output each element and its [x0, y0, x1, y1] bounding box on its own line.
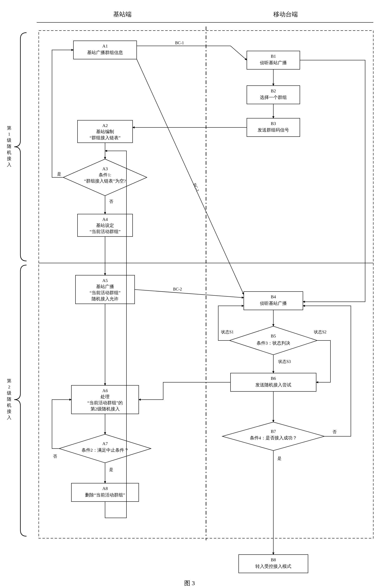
- a2-l1: 基站编制: [96, 129, 114, 134]
- a7-id: A7: [102, 441, 108, 446]
- a6-l1: 处理: [101, 394, 110, 399]
- col-left-title: 基站端: [113, 11, 132, 17]
- b1-id: B1: [271, 54, 276, 59]
- b8-id: B8: [271, 557, 276, 562]
- a2-l2: “群组接入链表”: [90, 135, 121, 140]
- a3-l2: “群组接入链表”为空?: [84, 178, 126, 183]
- label-s1: 状态S1: [221, 330, 234, 334]
- a6-l2: “当前活动群组”的: [87, 400, 123, 405]
- label-b7-yes: 是: [277, 456, 282, 461]
- stage2-brace: [14, 265, 27, 536]
- label-bc1-2: BC-1: [192, 182, 200, 193]
- label-s3: 状态S3: [278, 359, 291, 364]
- arrow-a3-yes-a1: [52, 50, 73, 177]
- a4-id: A4: [102, 217, 108, 222]
- label-a7-no: 否: [53, 454, 57, 459]
- b5-text: 条件3：状态判决: [257, 341, 290, 346]
- a5-l2: “当前活动群组”: [90, 290, 121, 295]
- stage1-char7: 入: [7, 162, 11, 167]
- label-s2: 状态S2: [314, 330, 326, 334]
- label-a3-no: 否: [109, 199, 113, 204]
- stage2-char3: 级: [7, 391, 11, 395]
- b3-text: 发送群组码信号: [258, 127, 289, 133]
- a5-id: A5: [102, 278, 108, 283]
- a2-id: A2: [102, 123, 108, 128]
- stage2-char7: 入: [7, 415, 11, 420]
- label-b7-no: 否: [332, 430, 337, 434]
- arrow-a8-loop-a3: [105, 151, 126, 518]
- arrow-a7-no-a6: [52, 400, 71, 449]
- stage1-char6: 接: [7, 156, 11, 161]
- b8-text: 转入受控接入模式: [255, 564, 291, 569]
- stage1-char4: 随: [7, 144, 11, 149]
- b3-id: B3: [271, 121, 276, 126]
- arrow-a1-b1: [137, 46, 247, 60]
- b4-id: B4: [271, 294, 276, 299]
- stage1-char5: 机: [7, 150, 11, 155]
- arrow-b6-a6: [139, 382, 231, 400]
- a8-text: 删除“当前活动群组”: [85, 492, 125, 498]
- stage1-char2: 1: [8, 132, 10, 136]
- arrow-b7-no-b4: [303, 306, 351, 436]
- a3-l1: 条件1:: [99, 172, 111, 177]
- stage1-char1: 第: [7, 125, 11, 131]
- b2-text: 选择一个群组: [260, 95, 287, 100]
- a6-id: A6: [102, 388, 108, 393]
- a4-l1: 基站设定: [96, 223, 114, 228]
- arrow-b5-s2: [316, 341, 331, 382]
- a8-id: A8: [102, 486, 108, 491]
- b4-text: 侦听基站广播: [260, 301, 287, 306]
- label-a3-yes: 是: [57, 172, 61, 176]
- b7-id: B7: [271, 429, 276, 434]
- a3-id: A3: [102, 166, 108, 171]
- stage2-char5: 机: [7, 403, 11, 408]
- arrow-a1-b4: [137, 59, 244, 295]
- a1-text: 基站广播群组信息: [87, 50, 123, 55]
- label-a7-yes: 是: [109, 467, 113, 472]
- a4-l2: “当前活动群组”: [90, 229, 121, 234]
- stage2-char1: 第: [7, 378, 11, 383]
- b1-text: 侦听基站广播: [260, 60, 287, 65]
- b2-id: B2: [271, 88, 276, 93]
- figure-label: 图 3: [184, 580, 195, 586]
- arrow-a5-b4: [135, 289, 244, 298]
- a5-l3: 随机接入允许: [92, 296, 119, 301]
- stage2-char2: 2: [8, 384, 10, 389]
- arrow-b1-b4-right: [300, 60, 365, 302]
- label-bc2: BC-2: [173, 287, 182, 291]
- a5-l1: 基站广播: [96, 284, 114, 289]
- b5-id: B5: [271, 333, 276, 338]
- b7-text: 条件4：是否接入成功？: [250, 435, 297, 440]
- stage1-brace: [14, 33, 27, 261]
- b6-text: 发送随机接入尝试: [255, 382, 291, 387]
- stage2-char6: 接: [7, 409, 11, 414]
- label-bc1-1: BC-1: [175, 41, 184, 45]
- arrow-b5-s1-b4: [218, 306, 244, 341]
- stage1-char3: 级: [7, 138, 11, 143]
- b6-id: B6: [271, 376, 276, 381]
- stage2-char4: 随: [7, 397, 11, 402]
- a6-l3: 第2级随机接入: [91, 406, 120, 411]
- a1-id: A1: [102, 44, 108, 48]
- col-right-title: 移动台端: [273, 11, 298, 17]
- a7-text: 条件2：满足中止条件？: [82, 448, 129, 453]
